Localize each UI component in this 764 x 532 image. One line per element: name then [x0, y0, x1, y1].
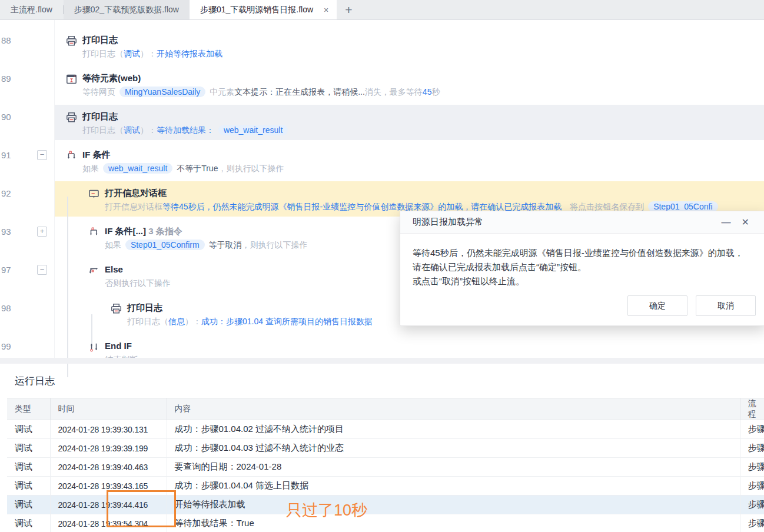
- step-title[interactable]: IF 条件[...] 3 条指令: [105, 226, 182, 237]
- subtitle-text: 如果: [82, 164, 101, 173]
- new-tab-button[interactable]: +: [337, 0, 360, 19]
- subtitle-text: 中元素: [207, 87, 234, 97]
- log-row[interactable]: 调试2024-01-28 19:39:43.165成功：步骤01.04.04 筛…: [7, 477, 764, 496]
- run-log-title: 运行日志: [15, 374, 55, 388]
- subtitle-text: ，则执行以下操作: [218, 164, 284, 173]
- log-type-cell: 调试: [7, 514, 50, 532]
- log-date: 2024-01-28: [58, 500, 101, 510]
- step-subtitle: 等待网页 MingYuanSalesDaily 中元素文本提示：正在生成报表，请…: [82, 87, 440, 98]
- log-flow-cell: 步骤: [740, 439, 764, 458]
- panel-divider[interactable]: [0, 358, 764, 364]
- variable-chip[interactable]: MingYuanSalesDaily: [119, 87, 205, 97]
- log-type-cell: 调试: [7, 420, 50, 439]
- step-title[interactable]: 打印日志: [82, 35, 118, 46]
- log-flow-cell: 步骤: [740, 477, 764, 496]
- log-content-cell: 开始等待报表加载: [167, 496, 740, 514]
- subtitle-text: 秒: [431, 87, 440, 97]
- log-time: 19:39:54.304: [101, 519, 148, 528]
- step-number: 89: [1, 74, 11, 84]
- step-subtitle: 打印日志（调试）：等待加载结果： web_wait_result: [82, 125, 290, 136]
- log-time-cell: 2024-01-28 19:39:30.131: [50, 420, 167, 439]
- if-branch-guide-line: [67, 197, 68, 377]
- subtitle-text: 信息: [168, 317, 185, 326]
- step-subtitle: 如果 web_wait_result 不等于True，则执行以下操作: [82, 164, 284, 174]
- log-content-cell: 成功：步骤01.04.04 筛选上日数据: [167, 477, 740, 496]
- variable-chip[interactable]: Step01_05Confirm: [125, 240, 205, 250]
- if-icon: [88, 227, 99, 238]
- subtitle-text: 将点击按钮名保存到: [562, 202, 646, 211]
- dialog-message-line: 或点击“取消”按钮以终止流。: [413, 274, 753, 288]
- else-icon: [88, 265, 99, 276]
- printer-icon: [66, 35, 77, 46]
- annotation-text: 只过了10秒: [286, 500, 367, 521]
- step-subtitle: 打印日志（调试）：开始等待报表加载: [82, 49, 222, 59]
- log-row[interactable]: 调试2024-01-28 19:39:44.416开始等待报表加载步骤: [7, 496, 764, 514]
- subtitle-text: 否则执行以下操作: [105, 278, 171, 288]
- dialog-message: 等待45秒后，仍然未能完成明源《销售日报-业绩监控与价值创造数据来源》的加载， …: [400, 234, 764, 288]
- step-number: 99: [1, 341, 11, 351]
- endif-icon: [88, 341, 99, 353]
- subtitle-text: 等待45秒后，仍然未能完成明源《销售日报-业绩监控与价值创造数据来源》的加载，请…: [162, 202, 562, 211]
- log-row[interactable]: 调试2024-01-28 19:39:30.131成功：步骤01.04.02 过…: [7, 420, 764, 439]
- expand-icon[interactable]: +: [37, 227, 47, 237]
- step-title[interactable]: IF 条件: [82, 149, 111, 161]
- step-subtitle: 打印日志（信息）：成功：步骤01.04 查询所需项目的销售日报数据: [127, 317, 373, 327]
- log-flow-cell: 步骤: [740, 420, 764, 439]
- tab-label: 步骤02_下载预览版数据.flow: [74, 5, 179, 15]
- column-header-flow: 流程: [740, 398, 764, 420]
- step-title[interactable]: 打印日志: [127, 302, 162, 314]
- collapse-icon[interactable]: −: [37, 150, 47, 160]
- dialog-buttons: 确定 取消: [627, 295, 756, 316]
- log-content-cell: 成功：步骤01.04.03 过滤不纳入统计的业态: [167, 439, 740, 458]
- step-count-suffix: 3 条指令: [146, 226, 182, 236]
- run-log-table: 类型 时间 内容 流程 调试2024-01-28 19:39:30.131成功：…: [7, 398, 764, 532]
- log-row[interactable]: 调试2024-01-28 19:39:54.304等待加载结果：True步骤: [7, 514, 764, 532]
- message-dialog: 明源日报加载异常 — ✕ 等待45秒后，仍然未能完成明源《销售日报-业绩监控与价…: [400, 211, 764, 326]
- dialog-message-line: 请在确认已完成报表加载后点击“确定”按钮。: [413, 260, 753, 274]
- log-content-cell: 等待加载结果：True: [167, 514, 740, 532]
- log-date: 2024-01-28: [58, 425, 101, 434]
- step-number: 97: [1, 265, 11, 275]
- subtitle-text: 45: [423, 87, 432, 97]
- column-header-time: 时间: [50, 398, 167, 420]
- log-time-cell: 2024-01-28 19:39:40.463: [50, 458, 167, 477]
- log-time: 19:39:30.131: [101, 425, 148, 434]
- subtitle-text: 等于取消: [207, 240, 242, 250]
- tab-main-flow[interactable]: 主流程.flow: [0, 0, 63, 19]
- subtitle-text: 等待网页: [82, 87, 118, 97]
- close-tab-icon[interactable]: ×: [321, 5, 331, 15]
- tab-step02[interactable]: 步骤02_下载预览版数据.flow: [64, 0, 190, 19]
- close-icon[interactable]: ✕: [736, 217, 755, 228]
- subtitle-text: ）：: [185, 317, 201, 326]
- variable-chip[interactable]: web_wait_result: [218, 125, 288, 135]
- log-date: 2024-01-28: [58, 519, 101, 528]
- log-content-cell: 成功：步骤01.04.02 过滤不纳入统计的项目: [167, 420, 740, 439]
- step-number: 90: [1, 112, 11, 122]
- tab-label: 主流程.flow: [11, 5, 52, 15]
- step-title[interactable]: 打印日志: [82, 111, 118, 122]
- step-title[interactable]: 打开信息对话框: [105, 188, 167, 199]
- minimize-icon[interactable]: —: [716, 217, 736, 228]
- tab-step01-active[interactable]: 步骤01_下载明源销售日报.flow ×: [190, 0, 337, 19]
- cancel-button[interactable]: 取消: [696, 295, 756, 316]
- step-title[interactable]: 等待元素(web): [82, 73, 141, 84]
- log-row[interactable]: 调试2024-01-28 19:39:39.199成功：步骤01.04.03 过…: [7, 439, 764, 458]
- subtitle-text: 打印日志（: [82, 49, 124, 58]
- log-time-cell: 2024-01-28 19:39:54.304: [50, 514, 167, 532]
- column-header-content: 内容: [167, 398, 740, 420]
- dialog-title-bar[interactable]: 明源日报加载异常 — ✕: [400, 211, 764, 234]
- log-row[interactable]: 调试2024-01-28 19:39:40.463要查询的日期：2024-01-…: [7, 458, 764, 477]
- step-title[interactable]: End IF: [105, 341, 132, 351]
- variable-chip[interactable]: web_wait_result: [103, 163, 172, 174]
- ok-button[interactable]: 确定: [627, 295, 687, 316]
- subtitle-text: 打印日志（: [127, 317, 168, 326]
- log-time: 19:39:44.416: [101, 500, 148, 510]
- step-title[interactable]: Else: [105, 264, 123, 274]
- web-wait-icon: [66, 74, 77, 85]
- printer-icon: [111, 303, 122, 314]
- subtitle-text: 调试: [124, 125, 140, 135]
- step-number: 91: [1, 150, 11, 160]
- log-type-cell: 调试: [7, 439, 50, 458]
- collapse-icon[interactable]: −: [37, 265, 47, 275]
- log-date: 2024-01-28: [58, 444, 101, 453]
